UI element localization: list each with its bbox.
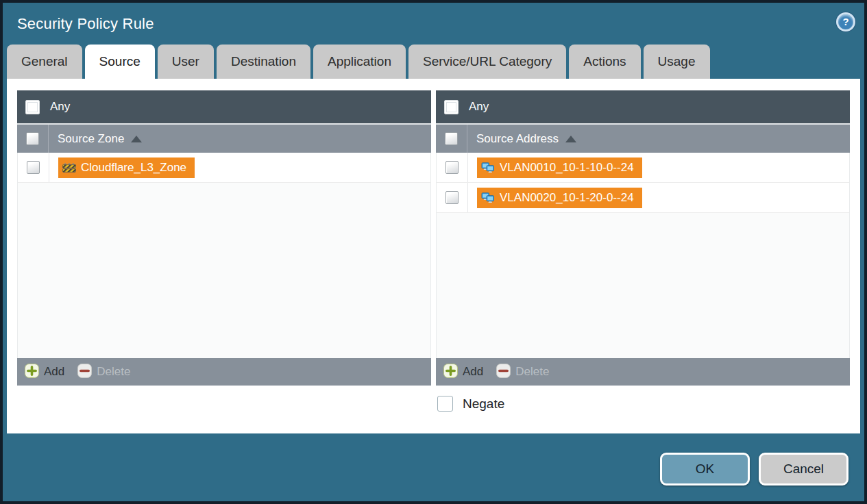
add-button[interactable]: Add: [443, 364, 483, 381]
row-checkbox[interactable]: [27, 161, 40, 174]
source-address-header-label: Source Address: [476, 132, 559, 146]
source-zone-panel: Any Source Zone: [17, 90, 431, 386]
help-icon[interactable]: ?: [836, 12, 855, 32]
source-tab-content: Any Source Zone: [7, 79, 860, 433]
source-address-select-all-checkbox[interactable]: [445, 132, 458, 145]
tab-destination[interactable]: Destination: [217, 45, 310, 79]
source-zone-select-all-cell: [17, 125, 49, 153]
source-zone-any-checkbox[interactable]: [25, 100, 40, 114]
zone-icon: [62, 162, 76, 173]
table-row: VLAN0020_10-1-20-0--24: [437, 183, 849, 213]
negate-label: Negate: [463, 396, 504, 412]
table-row: Cloudflare_L3_Zone: [18, 153, 430, 183]
title-bar: Security Policy Rule ?: [3, 3, 864, 45]
source-zone-any-bar: Any: [17, 90, 431, 123]
row-checkbox-cell: [437, 153, 468, 182]
tab-bar: General Source User Destination Applicat…: [3, 45, 864, 79]
source-address-any-label: Any: [469, 100, 489, 114]
address-item[interactable]: VLAN0020_10-1-20-0--24: [477, 188, 642, 208]
source-zone-select-all-checkbox[interactable]: [26, 132, 39, 145]
address-item-label: VLAN0020_10-1-20-0--24: [500, 191, 634, 205]
tab-actions[interactable]: Actions: [569, 45, 640, 79]
source-address-any-checkbox[interactable]: [444, 100, 459, 114]
table-row: VLAN0010_10-1-10-0--24: [437, 153, 849, 183]
tab-usage[interactable]: Usage: [644, 45, 710, 79]
source-address-list: VLAN0010_10-1-10-0--24: [436, 153, 850, 358]
source-zone-header-title-wrap: Source Zone: [58, 125, 142, 153]
zone-item[interactable]: Cloudflare_L3_Zone: [58, 158, 195, 178]
cancel-button[interactable]: Cancel: [759, 453, 848, 486]
add-button[interactable]: Add: [25, 364, 64, 381]
add-button-label: Add: [44, 365, 64, 379]
security-policy-rule-dialog: Security Policy Rule ? General Source Us…: [0, 0, 867, 504]
tab-user[interactable]: User: [158, 45, 214, 79]
source-zone-header-label: Source Zone: [58, 132, 124, 146]
row-main: VLAN0010_10-1-10-0--24: [468, 153, 642, 182]
source-address-select-all-cell: [436, 125, 467, 153]
delete-button[interactable]: Delete: [77, 364, 130, 381]
source-address-footer: Add Delete: [436, 358, 850, 386]
row-checkbox[interactable]: [445, 191, 459, 204]
delete-button-label: Delete: [97, 365, 130, 379]
row-checkbox[interactable]: [445, 161, 459, 174]
ok-button[interactable]: OK: [660, 453, 750, 486]
source-address-column-header[interactable]: Source Address: [436, 123, 850, 153]
sort-ascending-icon: [565, 136, 576, 142]
delete-icon: [496, 364, 511, 381]
add-icon: [25, 364, 39, 381]
source-zone-list: Cloudflare_L3_Zone: [17, 153, 431, 358]
negate-row: Negate: [437, 396, 860, 412]
tab-application[interactable]: Application: [313, 45, 406, 79]
source-address-any-bar: Any: [436, 90, 850, 123]
add-button-label: Add: [463, 365, 483, 379]
address-icon: [481, 192, 495, 203]
tab-source[interactable]: Source: [85, 45, 155, 79]
delete-button-label: Delete: [515, 365, 549, 379]
address-item[interactable]: VLAN0010_10-1-10-0--24: [477, 158, 642, 178]
dialog-title: Security Policy Rule: [17, 15, 154, 33]
sort-ascending-icon: [131, 136, 142, 142]
zone-item-label: Cloudflare_L3_Zone: [81, 161, 186, 175]
source-address-header-title-wrap: Source Address: [476, 125, 576, 153]
source-zone-column-header[interactable]: Source Zone: [17, 123, 431, 153]
add-icon: [443, 364, 458, 381]
row-main: Cloudflare_L3_Zone: [49, 153, 195, 182]
source-address-panel: Any Source Address: [436, 90, 850, 386]
source-zone-any-label: Any: [50, 100, 70, 114]
dialog-button-bar: OK Cancel: [3, 433, 864, 501]
negate-checkbox[interactable]: [437, 396, 453, 412]
delete-button[interactable]: Delete: [496, 364, 549, 381]
delete-icon: [77, 364, 92, 381]
address-icon: [481, 162, 495, 173]
row-checkbox-cell: [18, 153, 49, 182]
panels-container: Any Source Zone: [7, 79, 860, 386]
source-zone-footer: Add Delete: [17, 358, 431, 386]
row-checkbox-cell: [437, 183, 468, 212]
row-main: VLAN0020_10-1-20-0--24: [468, 183, 642, 212]
tab-service-url-category[interactable]: Service/URL Category: [408, 45, 566, 79]
address-item-label: VLAN0010_10-1-10-0--24: [500, 161, 634, 175]
tab-general[interactable]: General: [7, 45, 82, 79]
